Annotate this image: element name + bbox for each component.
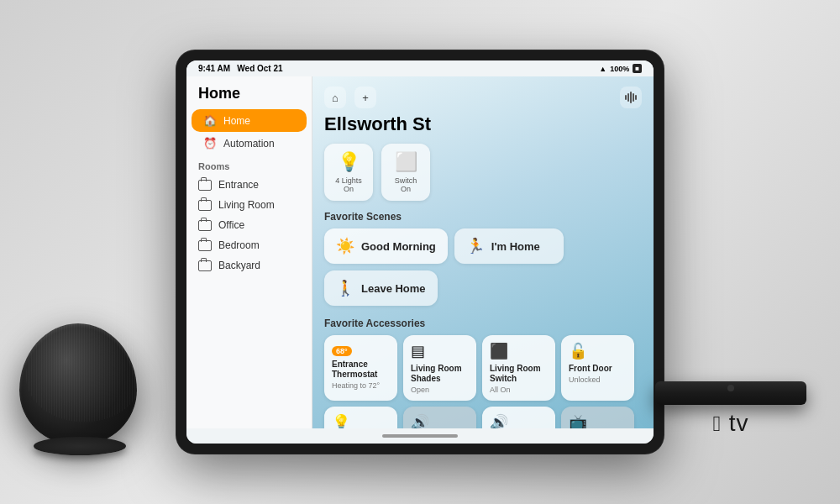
home-indicator (186, 428, 654, 444)
shades-icon: ▤ (411, 342, 469, 360)
homepod-base (34, 437, 126, 455)
thermostat-status: Heating to 72° (332, 381, 390, 390)
room-label-office: Office (218, 219, 244, 231)
acc-light-panels[interactable]: 💡 Bedroom Light Panels 100% (324, 407, 397, 428)
sidebar-item-living-room[interactable]: Living Room (186, 195, 312, 215)
good-morning-label: Good Morning (361, 240, 436, 253)
main-panel: ⌂ + (312, 76, 654, 428)
wifi-icon: ▲ (599, 65, 606, 73)
accessories-grid: 68° Entrance Thermostat Heating to 72° ▤… (324, 335, 642, 428)
rooms-section-title: Rooms (186, 155, 312, 175)
switch-tile-line1: Switch (395, 176, 417, 185)
waveform-icon (625, 92, 637, 103)
lights-tile-line2: On (344, 185, 354, 193)
battery-icon: ■ (633, 64, 642, 73)
good-morning-icon: ☀️ (336, 237, 354, 255)
sidebar-item-bedroom[interactable]: Bedroom (186, 235, 312, 255)
nav-bar: ⌂ + (324, 87, 642, 108)
lights-tile-line1: 4 Lights (335, 176, 362, 185)
office-tv-icon: 📺 (569, 413, 627, 428)
acc-kitchen-homepod[interactable]: 🔊 Kitchen HomePod Playing (482, 407, 555, 428)
front-door-icon: 🔓 (569, 342, 627, 360)
room-label-entrance: Entrance (218, 179, 259, 191)
leave-home-icon: 🚶 (336, 279, 354, 297)
scene-background: 9:41 AM Wed Oct 21 ▲ 100% ■ Home 🏠 (0, 0, 840, 504)
quick-tile-lights[interactable]: 💡 4 Lights On (324, 144, 373, 201)
room-label-bedroom: Bedroom (218, 239, 260, 251)
thermostat-badge: 68° (332, 346, 352, 356)
sidebar: Home 🏠 Home ⏰ Automation Rooms Entrance (186, 76, 312, 428)
homepod-body (19, 323, 137, 445)
sidebar-automation-label: Automation (223, 138, 275, 150)
sidebar-home-label: Home (223, 115, 250, 127)
sidebar-item-automation[interactable]: ⏰ Automation (192, 132, 307, 155)
appletv-device:  tv (638, 381, 823, 437)
acc-switch[interactable]: ⬛ Living Room Switch All On (482, 335, 555, 401)
front-door-status: Unlocked (569, 375, 627, 384)
switch-tile-line2: On (401, 185, 411, 193)
room-label-living-room: Living Room (218, 199, 275, 211)
bedroom-homepod-icon: 🔊 (411, 413, 469, 428)
light-panels-icon: 💡 (332, 413, 390, 428)
status-left: 9:41 AM Wed Oct 21 (198, 64, 283, 73)
page-title: Ellsworth St (324, 113, 642, 135)
status-date: Wed Oct 21 (237, 64, 282, 73)
switch-tile-icon: ⬜ (395, 151, 417, 173)
waveform-button[interactable] (620, 87, 642, 108)
acc-thermostat[interactable]: 68° Entrance Thermostat Heating to 72° (324, 335, 397, 401)
homepod-fabric (26, 321, 142, 422)
scenes-grid: ☀️ Good Morning 🏃 I'm Home 🚶 Leave Home (324, 228, 642, 306)
thermostat-name: Entrance Thermostat (332, 360, 390, 380)
lights-tile-icon: 💡 (338, 151, 360, 173)
appletv-box (655, 381, 806, 405)
switch-icon: ⬛ (490, 342, 548, 360)
appletv-label:  tv (638, 410, 823, 437)
scene-im-home[interactable]: 🏃 I'm Home (454, 228, 564, 264)
room-icon-office (198, 220, 212, 231)
homepod-device (15, 319, 145, 462)
room-icon-entrance (198, 180, 212, 191)
acc-bedroom-homepod[interactable]: 🔊 Bedroom HomePod Paused (403, 407, 476, 428)
shades-status: Open (411, 386, 469, 394)
ipad-device: 9:41 AM Wed Oct 21 ▲ 100% ■ Home 🏠 (176, 50, 664, 454)
front-door-name: Front Door (569, 364, 627, 374)
automation-nav-icon: ⏰ (203, 137, 217, 150)
shades-name: Living Room Shades (411, 364, 469, 384)
switch-status: All On (490, 386, 548, 394)
status-right: ▲ 100% ■ (599, 64, 642, 73)
sidebar-item-entrance[interactable]: Entrance (186, 175, 312, 195)
leave-home-label: Leave Home (361, 282, 426, 295)
app-content: Home 🏠 Home ⏰ Automation Rooms Entrance (186, 76, 654, 428)
sidebar-item-office[interactable]: Office (186, 215, 312, 235)
accessories-section-title: Favorite Accessories (324, 318, 642, 329)
acc-front-door[interactable]: 🔓 Front Door Unlocked (561, 335, 634, 401)
nav-right (620, 87, 642, 108)
home-nav-icon: 🏠 (203, 114, 217, 127)
switch-name: Living Room Switch (490, 364, 548, 384)
scene-good-morning[interactable]: ☀️ Good Morning (324, 228, 448, 264)
room-label-backyard: Backyard (218, 260, 260, 271)
ipad-screen: 9:41 AM Wed Oct 21 ▲ 100% ■ Home 🏠 (186, 60, 654, 444)
im-home-label: I'm Home (491, 240, 540, 253)
status-time: 9:41 AM (198, 64, 230, 73)
sidebar-title: Home (186, 85, 312, 109)
room-icon-bedroom (198, 240, 212, 251)
battery-label: 100% (610, 65, 629, 73)
quick-tiles: 💡 4 Lights On ⬜ Switch On (324, 144, 642, 201)
add-button[interactable]: + (354, 87, 376, 108)
home-button[interactable]: ⌂ (324, 87, 346, 108)
home-bar (382, 434, 458, 438)
im-home-icon: 🏃 (466, 237, 485, 255)
acc-office-tv[interactable]: 📺 Office Apple TV Paused (561, 407, 634, 428)
room-icon-living-room (198, 200, 212, 211)
kitchen-homepod-icon: 🔊 (490, 413, 548, 428)
apple-logo:  (712, 411, 722, 437)
nav-left: ⌂ + (324, 87, 376, 108)
acc-shades[interactable]: ▤ Living Room Shades Open (403, 335, 476, 401)
room-icon-backyard (198, 260, 212, 271)
quick-tile-switch[interactable]: ⬜ Switch On (381, 144, 430, 201)
scene-leave-home[interactable]: 🚶 Leave Home (324, 270, 438, 306)
sidebar-item-backyard[interactable]: Backyard (186, 255, 312, 276)
scenes-section-title: Favorite Scenes (324, 211, 642, 223)
sidebar-item-home[interactable]: 🏠 Home (192, 109, 307, 132)
